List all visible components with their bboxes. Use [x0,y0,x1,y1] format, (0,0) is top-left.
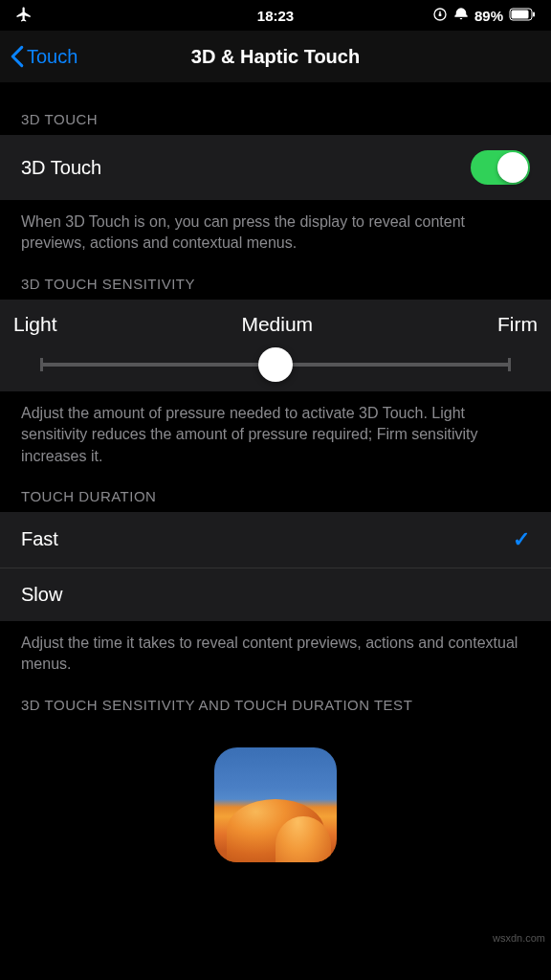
test-area [0,721,551,862]
svg-rect-4 [533,11,535,16]
slider-label-firm: Firm [497,313,538,336]
svg-rect-1 [439,13,442,16]
status-right: 89% [432,7,536,25]
nav-bar: Touch 3D & Haptic Touch [0,31,551,82]
slider-thumb[interactable] [258,347,293,382]
section-header-duration: TOUCH DURATION [0,467,551,512]
section-header-test: 3D TOUCH SENSITIVITY AND TOUCH DURATION … [0,676,551,721]
status-bar: 18:23 89% [0,0,551,31]
duration-fast-row[interactable]: Fast ✓ [0,512,551,568]
slow-label: Slow [21,584,62,606]
page-title: 3D & Haptic Touch [191,46,360,68]
watermark: wsxdn.com [493,932,545,944]
sensitivity-slider-section: Light Medium Firm [0,300,551,391]
toggle-knob [497,152,528,183]
duration-slow-row[interactable]: Slow [0,568,551,621]
section-header-3dtouch: 3D TOUCH [0,82,551,135]
test-image[interactable] [214,747,337,862]
status-left [15,6,33,26]
3d-touch-label: 3D Touch [21,157,101,179]
chevron-left-icon [10,45,25,68]
checkmark-icon: ✓ [513,527,530,552]
3d-touch-toggle[interactable] [471,150,530,185]
svg-rect-3 [512,10,529,18]
slider-tick-right [508,358,511,371]
duration-footer: Adjust the time it takes to reveal conte… [0,621,551,676]
slider-label-medium: Medium [241,313,313,336]
sensitivity-footer: Adjust the amount of pressure needed to … [0,391,551,467]
sensitivity-slider[interactable] [40,363,511,367]
battery-icon [509,8,536,24]
airplane-icon [15,6,33,26]
back-label: Touch [27,46,77,68]
slider-tick-left [40,358,43,371]
section-header-sensitivity: 3D TOUCH SENSITIVITY [0,255,551,300]
battery-percent: 89% [474,8,503,24]
alarm-icon [453,7,469,25]
back-button[interactable]: Touch [10,45,77,68]
slider-label-light: Light [13,313,57,336]
3d-touch-footer: When 3D Touch is on, you can press the d… [0,200,551,255]
status-time: 18:23 [257,8,294,24]
slider-labels: Light Medium Firm [13,313,538,349]
fast-label: Fast [21,528,58,550]
3d-touch-row[interactable]: 3D Touch [0,135,551,200]
orientation-lock-icon [432,7,448,25]
